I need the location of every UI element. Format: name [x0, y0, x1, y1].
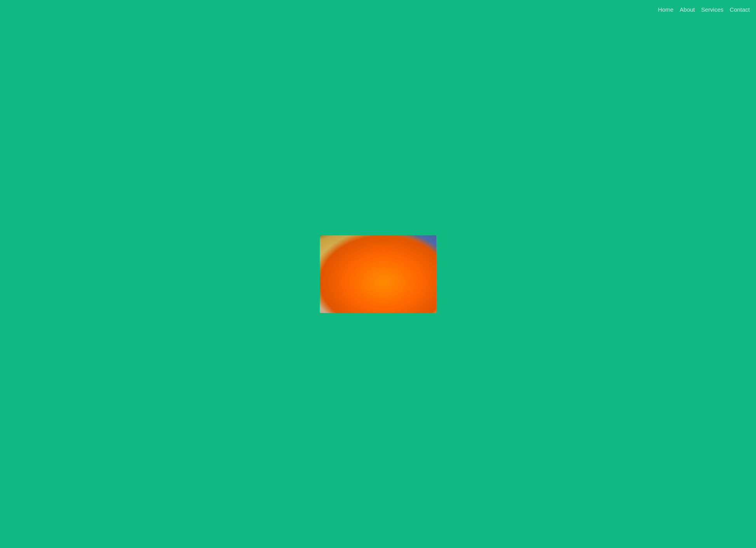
hero-section: Home About Services Contact — [0, 0, 756, 548]
heart-model-visual — [320, 235, 436, 313]
nav-services[interactable]: Services — [701, 6, 724, 13]
top-nav: Home About Services Contact — [652, 0, 756, 19]
nav-contact[interactable]: Contact — [730, 6, 750, 13]
hero-logo-image — [320, 235, 436, 313]
nav-about[interactable]: About — [680, 6, 695, 13]
nav-home[interactable]: Home — [658, 6, 674, 13]
